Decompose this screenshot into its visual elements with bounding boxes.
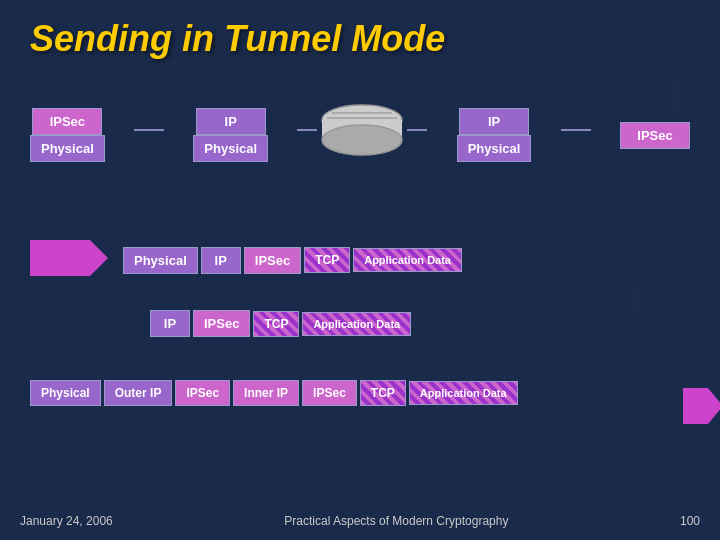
row4-ipsec: IPSec: [175, 380, 230, 406]
mid-right-stack: IP Physical: [457, 108, 532, 162]
left-ipsec-box: IPSec: [32, 108, 102, 135]
footer: January 24, 2006 Practical Aspects of Mo…: [20, 514, 700, 528]
row4-physical: Physical: [30, 380, 101, 406]
row3-appdata: Application Data: [302, 312, 411, 336]
row2-appdata: Application Data: [353, 248, 462, 272]
row2-tcp: TCP: [304, 247, 350, 273]
row4-inner-ip: Inner IP: [233, 380, 299, 406]
connector-1: [134, 129, 164, 131]
svg-point-2: [322, 125, 402, 155]
row4-ipsec2: IPSec: [302, 380, 357, 406]
row4-packets: Physical Outer IP IPSec Inner IP IPSec T…: [30, 380, 518, 406]
mid-right-ip-box: IP: [459, 108, 529, 135]
connector-2: [297, 129, 317, 131]
connector-4: [561, 129, 591, 131]
footer-title: Practical Aspects of Modern Cryptography: [284, 514, 508, 528]
right-ipsec-box: IPSec: [620, 122, 690, 149]
router-icon: [317, 95, 407, 165]
mid-left-physical-box: Physical: [193, 135, 268, 162]
right-stack: IPSec: [620, 122, 690, 149]
row2-ipsec: IPSec: [244, 247, 301, 274]
mid-left-stack: IP Physical: [193, 108, 268, 162]
row2-arrow-head: [90, 240, 108, 276]
row2-packet-diagram: Physical IP IPSec TCP Application Data: [30, 240, 690, 280]
row1-network-diagram: IPSec Physical IP Physical IP Physical I…: [30, 105, 690, 165]
row4-packet-diagram: Physical Outer IP IPSec Inner IP IPSec T…: [30, 380, 640, 406]
row2-arrow-container: [30, 240, 90, 280]
page-title: Sending in Tunnel Mode: [30, 18, 445, 60]
row2-arrow-body: [30, 240, 90, 276]
row4-outer-ip: Outer IP: [104, 380, 173, 406]
row2-physical: Physical: [123, 247, 198, 274]
left-physical-box: Physical: [30, 135, 105, 162]
row3-tcp: TCP: [253, 311, 299, 337]
footer-date: January 24, 2006: [20, 514, 113, 528]
row2-packets: Physical IP IPSec TCP Application Data: [123, 247, 462, 274]
row2-ip: IP: [201, 247, 241, 274]
row3-ipsec: IPSec: [193, 310, 250, 337]
row3-ip: IP: [150, 310, 190, 337]
footer-page: 100: [680, 514, 700, 528]
row4-tcp: TCP: [360, 380, 406, 406]
mid-left-ip-box: IP: [196, 108, 266, 135]
router-section: [297, 95, 427, 165]
row4-end-arrow: [683, 388, 708, 424]
mid-right-physical-box: Physical: [457, 135, 532, 162]
row3-packets: IP IPSec TCP Application Data: [150, 310, 411, 337]
left-stack: IPSec Physical: [30, 108, 105, 162]
row3-packet-diagram: IP IPSec TCP Application Data: [150, 310, 690, 337]
connector-3: [407, 129, 427, 131]
row4-appdata: Application Data: [409, 381, 518, 405]
